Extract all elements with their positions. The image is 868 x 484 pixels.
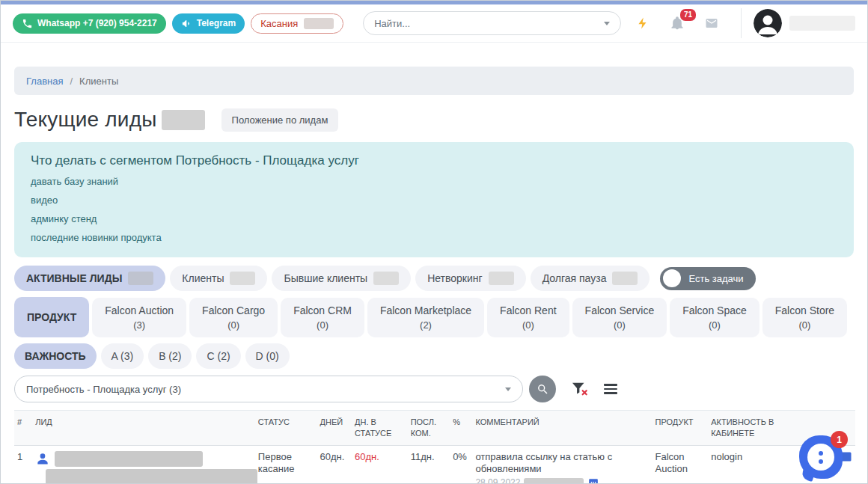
tab-count-redacted bbox=[612, 272, 638, 285]
global-search[interactable] bbox=[363, 11, 621, 35]
lead-last-com: 11дн. bbox=[408, 445, 450, 484]
comment-icon[interactable] bbox=[587, 478, 599, 484]
lead-product: Falcon Auction bbox=[652, 445, 709, 484]
toggle-label: Есть задачи bbox=[688, 273, 743, 284]
has-tasks-toggle[interactable]: Есть задачи bbox=[660, 267, 755, 290]
segment-select[interactable]: Потребность - Площадка услуг (3) bbox=[14, 376, 523, 402]
hamburger-icon bbox=[604, 382, 617, 396]
megaphone-icon bbox=[181, 18, 192, 29]
product-count: (2) bbox=[380, 319, 471, 331]
info-box-item: видео bbox=[31, 194, 837, 206]
tab-label: Бывшие клиенты bbox=[284, 272, 367, 284]
lead-info-redacted bbox=[46, 469, 257, 484]
product-count: (0) bbox=[500, 319, 556, 331]
tab-falcon-cargo[interactable]: Falcon Cargo (0) bbox=[189, 298, 278, 337]
product-name: Falcon Rent bbox=[500, 304, 556, 316]
whatsapp-button[interactable]: Whatsapp +7 (920) 954-2217 bbox=[13, 13, 166, 34]
col-days-in-status: ДН. В СТАТУСЕ bbox=[352, 411, 408, 446]
title-suffix-redacted bbox=[162, 110, 205, 130]
product-tabs-label[interactable]: ПРОДУКТ bbox=[14, 297, 89, 337]
tab-importance-b[interactable]: B (2) bbox=[148, 343, 192, 369]
clear-filter-button[interactable] bbox=[571, 381, 589, 397]
menu-button[interactable] bbox=[604, 382, 617, 396]
col-days: ДНЕЙ bbox=[317, 411, 352, 446]
kasaniya-badge[interactable]: Касания bbox=[251, 13, 343, 34]
kasaniya-count-redacted bbox=[304, 18, 334, 29]
quick-actions-button[interactable] bbox=[630, 10, 655, 36]
chat-widget-button[interactable]: 1 bbox=[799, 435, 843, 479]
tab-former-clients[interactable]: Бывшие клиенты bbox=[272, 266, 411, 291]
product-name: Falcon Cargo bbox=[202, 304, 265, 316]
product-name: Falcon Marketplace bbox=[380, 304, 471, 316]
tab-falcon-crm[interactable]: Falcon CRM (0) bbox=[281, 298, 364, 337]
importance-tabs-label[interactable]: ВАЖНОСТЬ bbox=[14, 343, 97, 369]
filter-remove-icon bbox=[571, 381, 589, 397]
tab-active-leads[interactable]: АКТИВНЫЕ ЛИДЫ bbox=[14, 266, 165, 291]
telegram-label: Telegram bbox=[197, 18, 236, 28]
breadcrumb-home-link[interactable]: Главная bbox=[26, 76, 63, 87]
breadcrumb-separator: / bbox=[70, 76, 73, 87]
lightning-icon bbox=[636, 16, 650, 31]
telegram-button[interactable]: Telegram bbox=[172, 13, 245, 34]
tab-importance-c[interactable]: C (2) bbox=[196, 343, 240, 369]
notification-badge: 71 bbox=[680, 9, 696, 21]
page-title: Текущие лиды bbox=[14, 108, 157, 132]
phone-icon bbox=[22, 18, 33, 29]
crm-page: Whatsapp +7 (920) 954-2217 Telegram Каса… bbox=[0, 0, 868, 484]
col-last-com: ПОСЛ. КОМ. bbox=[408, 411, 450, 446]
person-icon bbox=[35, 451, 50, 466]
lead-percent: 0% bbox=[450, 445, 472, 484]
tab-long-pause[interactable]: Долгая пауза bbox=[531, 266, 650, 291]
status-tabs: АКТИВНЫЕ ЛИДЫ Клиенты Бывшие клиенты Нет… bbox=[14, 266, 854, 291]
breadcrumb: Главная / Клиенты bbox=[14, 67, 854, 95]
col-percent: % bbox=[450, 411, 472, 446]
product-name: Falcon Auction bbox=[105, 304, 174, 316]
tab-importance-a[interactable]: A (3) bbox=[101, 343, 144, 369]
leads-table: # ЛИД СТАТУС ДНЕЙ ДН. В СТАТУСЕ ПОСЛ. КО… bbox=[14, 410, 855, 484]
notifications-button[interactable]: 71 bbox=[664, 10, 690, 36]
info-box-item: последние новинки продукта bbox=[31, 232, 837, 243]
tab-falcon-service[interactable]: Falcon Service (0) bbox=[572, 298, 667, 337]
tab-clients[interactable]: Клиенты bbox=[170, 266, 267, 291]
tab-falcon-store[interactable]: Falcon Store (0) bbox=[762, 298, 847, 337]
leads-position-button[interactable]: Положение по лидам bbox=[221, 108, 339, 132]
product-name: Falcon Space bbox=[682, 304, 747, 316]
lead-cell bbox=[32, 445, 255, 484]
kasaniya-label: Касания bbox=[260, 18, 298, 29]
col-comment: КОММЕНТАРИЙ bbox=[472, 411, 652, 446]
tab-falcon-marketplace[interactable]: Falcon Marketplace (2) bbox=[367, 298, 484, 337]
user-avatar-icon bbox=[754, 9, 782, 37]
tab-falcon-space[interactable]: Falcon Space (0) bbox=[670, 298, 760, 337]
toggle-knob bbox=[663, 269, 681, 287]
tab-networking[interactable]: Нетворкинг bbox=[415, 266, 525, 291]
tab-falcon-rent[interactable]: Falcon Rent (0) bbox=[487, 298, 569, 337]
lead-name-redacted bbox=[55, 451, 203, 467]
avatar[interactable] bbox=[754, 9, 782, 37]
whatsapp-label: Whatsapp +7 (920) 954-2217 bbox=[37, 18, 157, 28]
product-count: (0) bbox=[585, 319, 655, 331]
info-box-title: Что делать с сегментом Потребность - Пло… bbox=[31, 153, 837, 168]
info-box-item: давать базу знаний bbox=[31, 176, 837, 187]
tab-label: Нетворкинг bbox=[427, 272, 482, 284]
lead-activity: nologin bbox=[708, 445, 791, 484]
product-count: (0) bbox=[775, 319, 834, 331]
product-name: Falcon CRM bbox=[293, 304, 352, 316]
search-input[interactable] bbox=[374, 18, 604, 29]
tab-falcon-auction[interactable]: Falcon Auction (3) bbox=[92, 298, 186, 337]
search-icon bbox=[537, 383, 549, 396]
info-box-item: админку стенд bbox=[31, 213, 837, 224]
comment-author-redacted bbox=[524, 478, 584, 484]
topbar: Whatsapp +7 (920) 954-2217 Telegram Каса… bbox=[1, 4, 867, 43]
search-button[interactable] bbox=[529, 376, 556, 402]
breadcrumb-current: Клиенты bbox=[79, 76, 118, 87]
table-row[interactable]: 1 Первое касание 60дн. 60дн. 11дн. 0% от… bbox=[14, 445, 855, 484]
col-status: СТАТУС bbox=[255, 411, 317, 446]
tab-label: Долгая пауза bbox=[542, 272, 607, 284]
tab-importance-d[interactable]: D (0) bbox=[245, 343, 290, 369]
messages-button[interactable] bbox=[699, 10, 724, 36]
lead-status: Первое касание bbox=[255, 445, 317, 484]
lead-comment-cell: отправила ссылку на статью с обновлениям… bbox=[472, 445, 652, 484]
topbar-divider bbox=[741, 8, 742, 38]
filter-row: Потребность - Площадка услуг (3) bbox=[14, 376, 854, 402]
product-name: Falcon Service bbox=[585, 304, 655, 316]
